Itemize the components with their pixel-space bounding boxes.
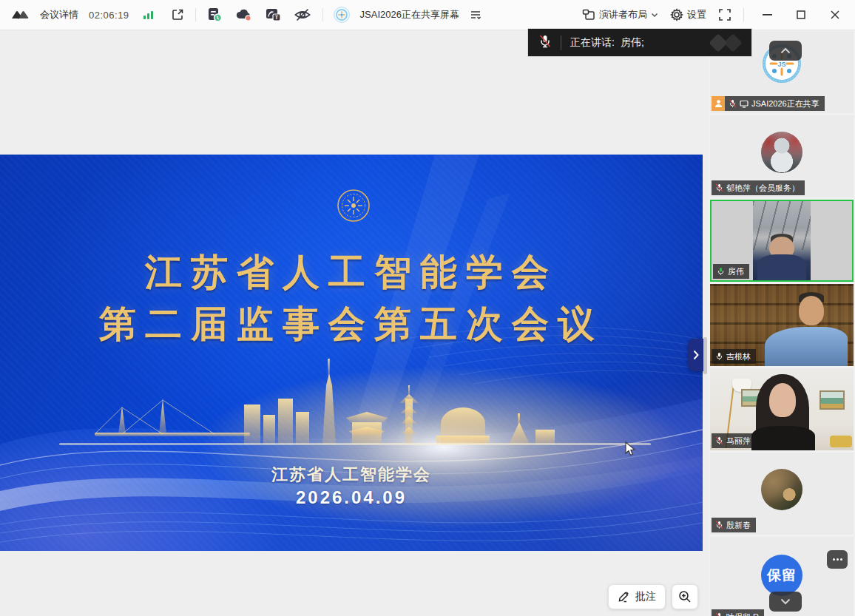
chevron-down-icon <box>780 598 791 605</box>
cast-translate-icon[interactable]: T <box>264 7 283 23</box>
meeting-timer: 02:06:19 <box>89 10 129 21</box>
meeting-details-button[interactable]: 会议详情 <box>40 8 78 21</box>
share-list-dropdown-icon[interactable] <box>470 10 481 20</box>
participant-avatar-initials: 保留 <box>761 555 802 596</box>
participant-name: 房伟 <box>728 266 744 277</box>
collapse-sidebar-button[interactable] <box>769 41 802 61</box>
meeting-window: 会议详情 02:06:19 T <box>0 0 855 616</box>
slide-emblem-icon <box>337 189 371 223</box>
toast-divider <box>561 35 561 50</box>
participant-avatar <box>761 469 802 510</box>
annotate-label: 批注 <box>635 590 656 603</box>
layout-label: 演讲者布局 <box>599 8 647 21</box>
participant-tile[interactable]: 郁艳萍（会员服务） <box>710 115 854 197</box>
network-signal-icon <box>143 10 155 20</box>
app-logo-icon <box>10 7 30 22</box>
participant-namebar: JSAI2026正在共享 <box>712 96 825 111</box>
cloud-status-icon[interactable] <box>234 7 254 23</box>
layout-icon <box>582 9 595 21</box>
shared-screen-area: 江苏省人工智能学会 第二届监事会第五次会议 江苏省人工智能学会 2026.04.… <box>0 30 709 616</box>
participant-avatar <box>761 132 802 173</box>
chevron-up-icon <box>780 47 791 54</box>
slide-footer-org: 江苏省人工智能学会 <box>0 464 703 486</box>
chevron-down-icon <box>651 13 658 18</box>
mic-muted-icon <box>538 34 552 52</box>
sharer-avatar <box>334 7 350 23</box>
scroll-down-button[interactable] <box>769 592 802 612</box>
participant-name: 叶保留 R <box>726 612 759 616</box>
chevron-right-icon <box>693 350 699 360</box>
participant-tile[interactable]: 吉根林 <box>710 284 854 366</box>
gear-icon <box>670 8 683 21</box>
participant-name: JSAI2026正在共享 <box>751 98 819 109</box>
svg-text:T: T <box>274 15 278 20</box>
slide-footer-date: 2026.04.09 <box>0 487 703 508</box>
main-scrollbar-thumb[interactable] <box>703 337 707 374</box>
mouse-cursor <box>625 441 636 460</box>
participant-name: 郁艳萍（会员服务） <box>726 183 800 194</box>
privacy-eye-off-icon[interactable] <box>293 7 312 23</box>
sharer-status-label: JSAI2026正在共享屏幕 <box>360 8 459 21</box>
participants-sidebar: JS JSAI2026正在共享 <box>709 30 855 616</box>
settings-button[interactable]: 设置 <box>670 8 706 21</box>
magnifier-plus-icon <box>678 590 692 603</box>
mic-on-icon <box>715 352 723 361</box>
more-options-button[interactable] <box>827 550 848 569</box>
mic-muted-icon <box>715 436 723 445</box>
slide-title-line1: 江苏省人工智能学会 <box>0 248 703 297</box>
speaking-toast: 正在讲话: 房伟; <box>527 28 752 57</box>
layout-selector[interactable]: 演讲者布局 <box>582 8 658 21</box>
participant-tile[interactable]: 殷新春 <box>710 453 854 535</box>
toolbar-divider <box>195 8 196 21</box>
participant-tile-active-speaker[interactable]: 房伟 <box>710 200 854 282</box>
mic-muted-icon <box>715 183 723 192</box>
mic-speaking-icon <box>717 267 725 276</box>
participant-name: 吉根林 <box>726 351 751 362</box>
presentation-slide: 江苏省人工智能学会 第二届监事会第五次会议 江苏省人工智能学会 2026.04.… <box>0 155 703 551</box>
maximize-button[interactable] <box>790 4 812 25</box>
mic-muted-icon <box>715 612 723 616</box>
minimize-button[interactable] <box>756 4 778 25</box>
pencil-icon <box>618 591 631 603</box>
close-button[interactable] <box>824 4 846 25</box>
participant-tile[interactable]: 保留 叶保留 R <box>710 537 854 616</box>
svg-text:JS: JS <box>777 61 785 68</box>
sidebar-expand-tab[interactable] <box>688 339 704 371</box>
mic-muted-icon <box>729 99 737 108</box>
popout-share-icon[interactable] <box>171 8 185 21</box>
participant-name: 马丽萍 <box>726 436 751 447</box>
speaking-label: 正在讲话: <box>570 36 615 50</box>
screen-share-icon <box>740 100 748 108</box>
annotate-button[interactable]: 批注 <box>608 584 666 609</box>
zoom-in-button[interactable] <box>672 584 698 609</box>
top-toolbar: 会议详情 02:06:19 T <box>0 0 855 30</box>
settings-label: 设置 <box>687 8 706 21</box>
watermark-logo-icon <box>706 32 747 57</box>
toolbar-divider <box>322 8 323 21</box>
participant-tile[interactable]: 马丽萍 <box>710 368 854 450</box>
recording-status-icon[interactable] <box>206 7 224 23</box>
host-badge-icon <box>712 96 725 111</box>
slide-title-line2: 第二届监事会第五次会议 <box>0 299 703 349</box>
participant-name: 殷新春 <box>726 520 751 531</box>
participant-video <box>753 201 811 280</box>
toolbar-divider <box>743 8 744 21</box>
fullscreen-button[interactable] <box>718 8 731 21</box>
mic-muted-icon <box>715 521 723 529</box>
speaker-names: 房伟; <box>621 36 644 50</box>
